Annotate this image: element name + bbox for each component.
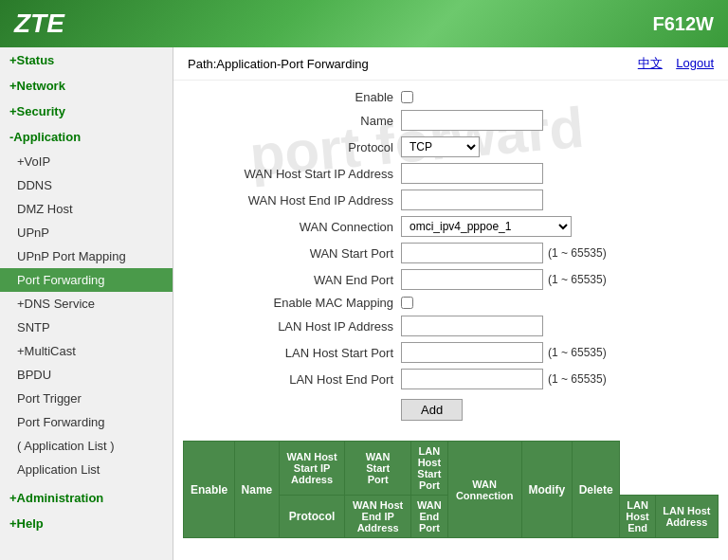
model-name: F612W [653,13,714,35]
header: ZTE F612W [0,0,728,47]
sidebar-item-dmzhost[interactable]: DMZ Host [0,197,173,221]
wan-host-end-input[interactable] [401,190,543,210]
wan-connection-row: WAN Connection omci_ipv4_pppoe_1 [192,216,709,237]
protocol-select[interactable]: TCP UDP TCP/UDP [401,136,480,157]
sidebar-item-port-forwarding[interactable]: Port Forwarding [0,268,173,292]
th-wan-connection: WANConnection [447,442,521,538]
table-area: Enable Name WAN HostStart IPAddress WANS… [173,436,728,543]
lan-host-ip-label: LAN Host IP Address [192,319,401,334]
th-delete: Delete [572,442,619,538]
enable-checkbox[interactable] [401,91,413,103]
zte-logo: ZTE [14,9,64,39]
lan-host-end-hint: (1 ~ 65535) [548,372,607,386]
wan-end-port-input[interactable] [401,269,543,290]
th-name: Name [235,442,280,538]
wan-start-port-label: WAN Start Port [192,246,401,261]
wan-connection-label: WAN Connection [192,220,401,234]
lan-host-end-input[interactable] [401,369,543,389]
th-wan-host-start: WAN HostStart IPAddress [279,442,345,496]
sidebar: +Status +Network +Security -Application … [0,47,173,560]
th-enable: Enable [184,442,235,538]
main-content: Path:Application-Port Forwarding 中文 Logo… [173,47,728,560]
protocol-label: Protocol [192,140,401,154]
lan-host-start-hint: (1 ~ 65535) [548,346,607,359]
wan-start-port-row: WAN Start Port (1 ~ 65535) [192,243,709,263]
lan-host-start-label: LAN Host Start Port [192,346,401,360]
sidebar-item-ddns[interactable]: DDNS [0,173,173,197]
wan-host-start-label: WAN Host Start IP Address [192,167,401,181]
lan-host-ip-row: LAN Host IP Address [192,316,709,336]
port-forwarding-table: Enable Name WAN HostStart IPAddress WANS… [183,441,719,538]
th-wan-start-port: WANStartPort [345,442,411,496]
path-bar: Path:Application-Port Forwarding 中文 Logo… [173,47,728,81]
enable-label: Enable [192,90,401,104]
wan-end-port-hint: (1 ~ 65535) [548,273,607,286]
sidebar-item-sntp[interactable]: SNTP [0,316,173,339]
sidebar-item-port-trigger[interactable]: Port Trigger [0,387,173,410]
enable-mac-label: Enable MAC Mapping [192,296,401,310]
sidebar-item-bpdu[interactable]: BPDU [0,363,173,387]
enable-mac-checkbox[interactable] [401,297,413,309]
th-wan-host-end: WAN HostEnd IPAddress [345,496,411,538]
th-wan-end-port: WANEndPort [410,496,447,538]
sidebar-item-help[interactable]: +Help [0,511,173,536]
lan-host-start-input[interactable] [401,342,543,363]
lan-host-end-row: LAN Host End Port (1 ~ 65535) [192,369,709,389]
protocol-row: Protocol TCP UDP TCP/UDP [192,136,709,157]
lan-host-start-row: LAN Host Start Port (1 ~ 65535) [192,342,709,363]
enable-mac-row: Enable MAC Mapping [192,296,709,310]
lan-host-ip-input[interactable] [401,316,543,336]
th-lan-host-end: LANHostEnd [620,496,655,538]
wan-host-start-row: WAN Host Start IP Address [192,163,709,184]
sidebar-item-multicast[interactable]: +MultiCast [0,339,173,363]
wan-end-port-row: WAN End Port (1 ~ 65535) [192,269,709,290]
enable-row: Enable [192,90,709,104]
th-lan-host-addr: LAN HostAddress [655,496,718,538]
wan-end-port-label: WAN End Port [192,273,401,287]
sidebar-item-app-list-sub[interactable]: ( Application List ) [0,434,173,458]
form-area: port forward Enable Name Protocol TCP UD… [173,81,728,436]
sidebar-item-application[interactable]: -Application [0,124,173,150]
add-row: Add [192,395,709,421]
sidebar-item-app-list[interactable]: Application List [0,458,173,481]
lang-link[interactable]: 中文 [638,56,663,70]
th-lan-host-start: LANHostStartPort [410,442,447,496]
wan-start-port-hint: (1 ~ 65535) [548,246,607,260]
sidebar-item-port-fwd-app[interactable]: Port Forwarding [0,410,173,434]
add-button[interactable]: Add [401,399,463,421]
sidebar-item-upnp-port[interactable]: UPnP Port Mapping [0,244,173,268]
name-input[interactable] [401,110,543,131]
lan-host-end-label: LAN Host End Port [192,372,401,387]
th-modify: Modify [521,442,572,538]
name-label: Name [192,114,401,128]
sidebar-item-network[interactable]: +Network [0,73,173,99]
wan-start-port-input[interactable] [401,243,543,263]
wan-connection-select[interactable]: omci_ipv4_pppoe_1 [401,216,572,237]
th-protocol: Protocol [279,496,345,538]
path-text: Path:Application-Port Forwarding [188,57,369,71]
sidebar-item-voip[interactable]: +VoIP [0,150,173,173]
name-row: Name [192,110,709,131]
wan-host-start-input[interactable] [401,163,543,184]
sidebar-item-upnp[interactable]: UPnP [0,221,173,244]
wan-host-end-label: WAN Host End IP Address [192,193,401,208]
wan-host-end-row: WAN Host End IP Address [192,190,709,210]
sidebar-item-security[interactable]: +Security [0,99,173,124]
sidebar-item-status[interactable]: +Status [0,47,173,73]
logout-link[interactable]: Logout [676,56,714,70]
sidebar-item-admin[interactable]: +Administration [0,485,173,511]
sidebar-item-dns[interactable]: +DNS Service [0,292,173,316]
